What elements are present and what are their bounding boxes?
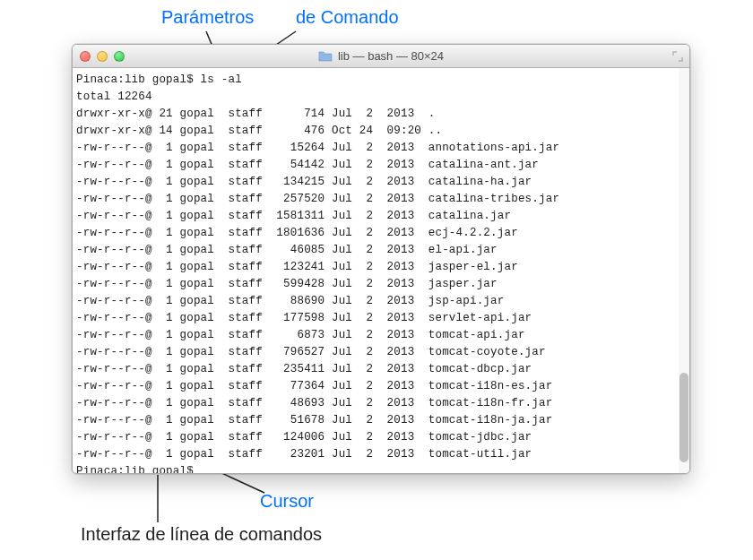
annotation-cursor: Cursor (260, 491, 314, 512)
zoom-button[interactable] (114, 51, 125, 62)
window-title-text: lib — bash — 80×24 (338, 49, 444, 63)
annotation-de-comando: de Comando (296, 7, 399, 28)
cursor (201, 465, 208, 474)
expand-icon[interactable] (671, 50, 684, 63)
terminal-window: lib — bash — 80×24 Pinaca:lib gopal$ ls … (72, 44, 690, 474)
traffic-lights (80, 51, 125, 62)
titlebar[interactable]: lib — bash — 80×24 (73, 45, 689, 68)
annotation-parametros: Parámetros (161, 7, 254, 28)
annotation-interfaz: Interfaz de línea de comandos (81, 524, 322, 545)
prompt-line: Pinaca:lib gopal$ (76, 465, 201, 474)
folder-icon (318, 51, 333, 62)
terminal-body[interactable]: Pinaca:lib gopal$ ls -al total 12264 drw… (73, 68, 689, 474)
close-button[interactable] (80, 51, 91, 62)
window-title: lib — bash — 80×24 (318, 49, 444, 63)
scrollbar-track[interactable] (679, 68, 689, 473)
minimize-button[interactable] (97, 51, 108, 62)
scrollbar-thumb[interactable] (679, 373, 688, 462)
